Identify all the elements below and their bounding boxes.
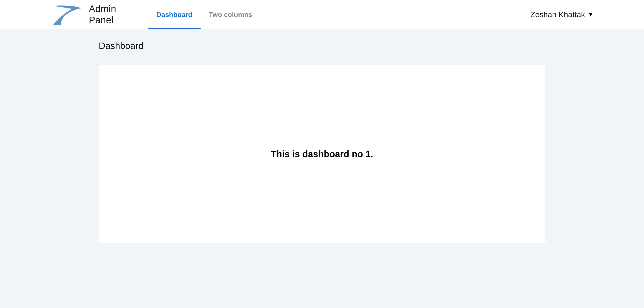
brand[interactable]: Admin Panel — [50, 3, 116, 26]
header: Admin Panel Dashboard Two columns Zeshan… — [0, 0, 644, 29]
nav-two-columns[interactable]: Two columns — [200, 0, 260, 29]
dashboard-card: This is dashboard no 1. — [99, 65, 545, 243]
content: Dashboard This is dashboard no 1. — [0, 29, 644, 255]
logo-icon — [50, 3, 85, 26]
caret-down-icon: ▼ — [588, 11, 594, 18]
dashboard-card-text: This is dashboard no 1. — [271, 149, 373, 159]
nav-dashboard[interactable]: Dashboard — [148, 0, 200, 29]
user-name: Zeshan Khattak — [530, 10, 585, 19]
nav-item-label: Two columns — [209, 11, 252, 18]
nav-item-label: Dashboard — [156, 11, 192, 18]
brand-line2: Panel — [89, 15, 116, 26]
main-nav: Dashboard Two columns — [148, 0, 260, 29]
brand-title: Admin Panel — [89, 3, 116, 26]
user-menu[interactable]: Zeshan Khattak ▼ — [530, 10, 594, 19]
brand-line1: Admin — [89, 3, 116, 14]
page-title: Dashboard — [99, 41, 545, 51]
